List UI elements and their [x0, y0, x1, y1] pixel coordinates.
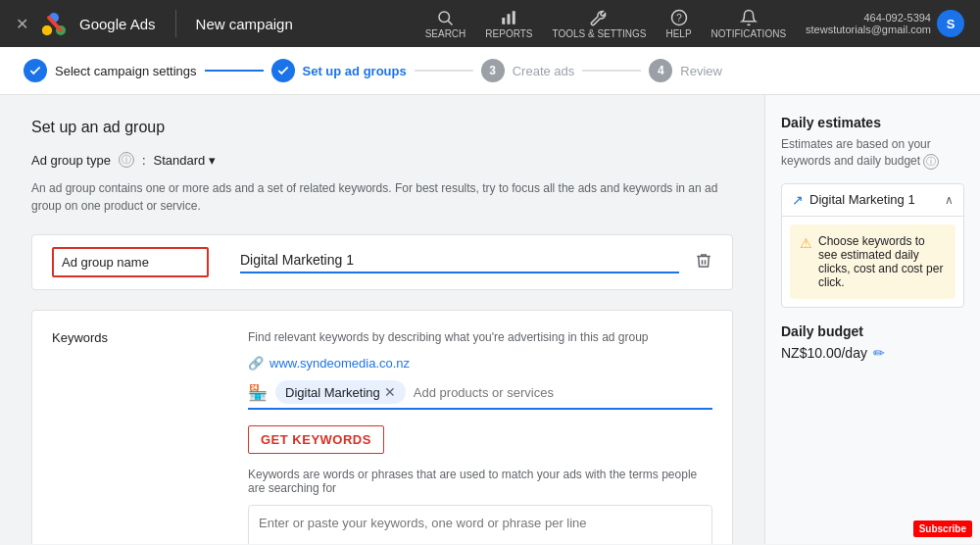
get-keywords-button[interactable]: GET KEYWORDS	[248, 425, 384, 454]
step-3: 3 Create ads	[481, 59, 575, 82]
account-info: 464-092-5394 stewstutorials@gmail.com S	[806, 10, 964, 37]
trend-icon: ↗	[792, 192, 804, 208]
page-title: Set up an ad group	[31, 119, 733, 136]
search-nav-label: SEARCH	[425, 28, 466, 39]
connector-1	[205, 70, 264, 72]
ad-group-name-input[interactable]	[240, 252, 679, 268]
url-row: 🔗 www.syndeomedia.co.nz	[248, 356, 712, 371]
nav-reports[interactable]: REPORTS	[485, 9, 532, 39]
keywords-label: Keywords	[52, 330, 209, 345]
warning-box: ⚠ Choose keywords to see estimated daily…	[790, 224, 956, 299]
keyword-tag-text: Digital Marketing	[285, 385, 380, 400]
daily-estimates-info-icon[interactable]: ⓘ	[923, 154, 939, 170]
svg-point-3	[42, 25, 52, 35]
keyword-tag: Digital Marketing ✕	[275, 380, 406, 404]
account-phone: 464-092-5394	[806, 12, 931, 24]
nav-tools[interactable]: TOOLS & SETTINGS	[553, 9, 647, 39]
step-4: 4 Review	[649, 59, 722, 82]
daily-budget-title: Daily budget	[781, 323, 964, 339]
ad-group-type-select[interactable]: Standard ▾	[154, 153, 217, 168]
help-nav-label: HELP	[665, 28, 691, 39]
delete-icon[interactable]	[695, 252, 712, 272]
nav-search[interactable]: SEARCH	[425, 9, 466, 39]
ad-group-name-label: Ad group name	[52, 247, 209, 277]
step-2: Set up ad groups	[271, 59, 407, 82]
tools-nav-label: TOOLS & SETTINGS	[553, 28, 647, 39]
app-title: Google Ads	[79, 16, 156, 32]
daily-estimates-desc: Estimates are based on your keywords and…	[781, 136, 964, 170]
keyword-input-row: 🏪 Digital Marketing ✕	[248, 380, 712, 410]
svg-rect-6	[503, 18, 506, 25]
budget-section: Daily budget NZ$10.00/day ✏	[781, 323, 964, 361]
reports-nav-label: REPORTS	[485, 28, 532, 39]
svg-rect-7	[508, 14, 511, 25]
connector-2	[415, 70, 473, 72]
keywords-find-desc: Find relevant keywords by describing wha…	[248, 330, 712, 344]
top-navigation: ✕ Google Ads New campaign SEARCH REPORTS…	[0, 0, 980, 47]
keyword-note: Keywords are words or phrases that are u…	[248, 468, 712, 495]
sidebar: Daily estimates Estimates are based on y…	[764, 95, 980, 544]
step-4-circle: 4	[649, 59, 672, 82]
ad-group-type-label: Ad group type	[31, 153, 111, 168]
ad-group-type-info-icon[interactable]: ⓘ	[119, 152, 134, 168]
nav-notifications[interactable]: NOTIFICATIONS	[711, 9, 786, 39]
main-content: Set up an ad group Ad group type ⓘ : Sta…	[0, 95, 764, 544]
keywords-section: Keywords Find relevant keywords by descr…	[31, 310, 733, 544]
google-ads-logo	[40, 10, 68, 37]
step-1: Select campaign settings	[24, 59, 197, 82]
svg-line-5	[449, 21, 453, 25]
progress-bar: Select campaign settings Set up ad group…	[0, 47, 980, 95]
warning-icon: ⚠	[800, 235, 812, 289]
ad-group-type-value: Standard	[154, 153, 206, 168]
step-1-circle	[24, 59, 47, 82]
ad-group-type-row: Ad group type ⓘ : Standard ▾	[31, 152, 733, 168]
ad-group-description: An ad group contains one or more ads and…	[31, 179, 733, 215]
nav-help[interactable]: ? HELP	[665, 9, 691, 39]
step-1-label: Select campaign settings	[55, 64, 197, 78]
campaign-title: New campaign	[196, 16, 293, 32]
url-value: www.syndeomedia.co.nz	[270, 356, 410, 371]
warning-text: Choose keywords to see estimated daily c…	[818, 234, 946, 289]
keyword-tag-remove-icon[interactable]: ✕	[384, 384, 396, 400]
step-4-label: Review	[680, 64, 722, 78]
svg-point-4	[439, 12, 450, 23]
notifications-nav-label: NOTIFICATIONS	[711, 28, 786, 39]
connector-3	[582, 70, 641, 72]
ad-group-name-box: Ad group name	[31, 234, 733, 290]
nav-divider	[175, 10, 176, 37]
chevron-down-icon: ▾	[209, 153, 216, 168]
avatar[interactable]: S	[937, 10, 964, 37]
keywords-textarea[interactable]	[248, 505, 712, 544]
digital-marketing-card: ↗ Digital Marketing 1 ∧ ⚠ Choose keyword…	[781, 183, 964, 308]
svg-rect-8	[513, 11, 515, 25]
dm-title: ↗ Digital Marketing 1	[792, 192, 915, 208]
dm-card-title: Digital Marketing 1	[809, 192, 915, 207]
svg-text:?: ?	[676, 11, 682, 23]
shop-icon: 🏪	[248, 383, 268, 402]
account-email: stewstutorials@gmail.com	[806, 24, 931, 35]
keyword-search-input[interactable]	[414, 385, 712, 400]
step-3-label: Create ads	[513, 64, 575, 78]
close-icon[interactable]: ✕	[16, 15, 28, 33]
link-icon: 🔗	[248, 356, 264, 371]
ad-group-name-row: Ad group name	[32, 235, 732, 289]
nav-right-section: SEARCH REPORTS TOOLS & SETTINGS ? HELP N…	[425, 9, 964, 39]
dm-card-header: ↗ Digital Marketing 1 ∧	[782, 184, 963, 217]
step-2-circle	[271, 59, 295, 82]
daily-estimates-title: Daily estimates	[781, 115, 964, 130]
step-3-circle: 3	[481, 59, 505, 82]
budget-value: NZ$10.00/day	[781, 345, 867, 361]
dm-chevron-icon[interactable]: ∧	[945, 193, 954, 207]
step-2-label: Set up ad groups	[303, 64, 407, 78]
budget-amount-row: NZ$10.00/day ✏	[781, 345, 964, 361]
youtube-subscribe-badge: Subscribe	[913, 520, 972, 537]
ad-group-name-input-wrap	[240, 252, 679, 273]
main-layout: Set up an ad group Ad group type ⓘ : Sta…	[0, 95, 980, 544]
edit-budget-icon[interactable]: ✏	[873, 345, 885, 361]
colon: :	[142, 153, 146, 168]
